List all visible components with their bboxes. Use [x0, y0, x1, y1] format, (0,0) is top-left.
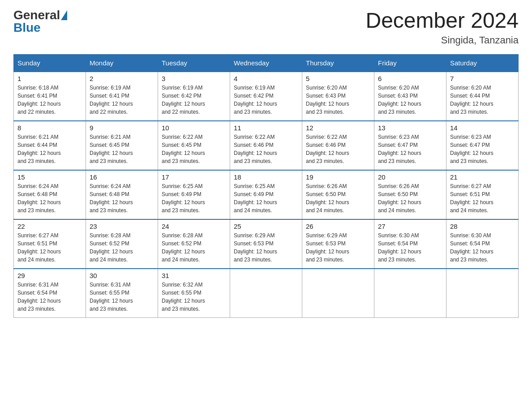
day-cell-23: 23Sunrise: 6:28 AMSunset: 6:52 PMDayligh…: [86, 219, 158, 269]
week-row-4: 22Sunrise: 6:27 AMSunset: 6:51 PMDayligh…: [14, 219, 519, 269]
day-info: Sunrise: 6:31 AMSunset: 6:55 PMDaylight:…: [90, 281, 154, 313]
day-info: Sunrise: 6:22 AMSunset: 6:46 PMDaylight:…: [234, 133, 298, 165]
day-number: 4: [234, 75, 298, 82]
day-cell-4: 4Sunrise: 6:19 AMSunset: 6:42 PMDaylight…: [230, 72, 302, 121]
day-info: Sunrise: 6:22 AMSunset: 6:45 PMDaylight:…: [162, 133, 226, 165]
day-info: Sunrise: 6:23 AMSunset: 6:47 PMDaylight:…: [450, 133, 515, 165]
day-number: 17: [162, 173, 226, 181]
day-number: 19: [306, 173, 370, 181]
day-cell-29: 29Sunrise: 6:31 AMSunset: 6:54 PMDayligh…: [14, 269, 86, 318]
day-number: 10: [162, 124, 226, 132]
empty-cell: [302, 269, 374, 318]
day-cell-26: 26Sunrise: 6:29 AMSunset: 6:53 PMDayligh…: [302, 219, 374, 269]
day-cell-5: 5Sunrise: 6:20 AMSunset: 6:43 PMDaylight…: [302, 72, 374, 121]
day-info: Sunrise: 6:30 AMSunset: 6:54 PMDaylight:…: [378, 231, 442, 264]
day-cell-21: 21Sunrise: 6:27 AMSunset: 6:51 PMDayligh…: [446, 170, 519, 219]
day-info: Sunrise: 6:21 AMSunset: 6:45 PMDaylight:…: [90, 133, 154, 165]
day-number: 7: [450, 75, 515, 82]
day-cell-11: 11Sunrise: 6:22 AMSunset: 6:46 PMDayligh…: [230, 121, 302, 170]
day-cell-14: 14Sunrise: 6:23 AMSunset: 6:47 PMDayligh…: [446, 121, 519, 170]
day-info: Sunrise: 6:25 AMSunset: 6:49 PMDaylight:…: [162, 182, 226, 214]
day-cell-12: 12Sunrise: 6:22 AMSunset: 6:46 PMDayligh…: [302, 121, 374, 170]
day-info: Sunrise: 6:21 AMSunset: 6:44 PMDaylight:…: [17, 133, 82, 165]
day-number: 26: [306, 223, 370, 230]
day-cell-17: 17Sunrise: 6:25 AMSunset: 6:49 PMDayligh…: [158, 170, 230, 219]
day-number: 15: [17, 173, 82, 181]
day-number: 23: [90, 223, 154, 230]
day-cell-30: 30Sunrise: 6:31 AMSunset: 6:55 PMDayligh…: [86, 269, 158, 318]
day-cell-31: 31Sunrise: 6:32 AMSunset: 6:55 PMDayligh…: [158, 269, 230, 318]
day-cell-24: 24Sunrise: 6:28 AMSunset: 6:52 PMDayligh…: [158, 219, 230, 269]
day-number: 5: [306, 75, 370, 82]
day-info: Sunrise: 6:20 AMSunset: 6:43 PMDaylight:…: [378, 84, 442, 116]
empty-cell: [446, 269, 519, 318]
logo: General Blue: [13, 9, 67, 34]
day-cell-8: 8Sunrise: 6:21 AMSunset: 6:44 PMDaylight…: [14, 121, 86, 170]
day-number: 1: [17, 75, 82, 82]
week-row-1: 1Sunrise: 6:18 AMSunset: 6:41 PMDaylight…: [14, 72, 519, 121]
day-cell-9: 9Sunrise: 6:21 AMSunset: 6:45 PMDaylight…: [86, 121, 158, 170]
day-number: 25: [234, 223, 298, 230]
weekday-header-friday: Friday: [374, 54, 446, 72]
title-section: December 2024 Singida, Tanzania: [365, 9, 519, 46]
day-info: Sunrise: 6:31 AMSunset: 6:54 PMDaylight:…: [17, 281, 82, 313]
day-cell-20: 20Sunrise: 6:26 AMSunset: 6:50 PMDayligh…: [374, 170, 446, 219]
day-number: 29: [17, 272, 82, 279]
day-number: 21: [450, 173, 515, 181]
day-info: Sunrise: 6:20 AMSunset: 6:44 PMDaylight:…: [450, 84, 515, 116]
day-cell-28: 28Sunrise: 6:30 AMSunset: 6:54 PMDayligh…: [446, 219, 519, 269]
day-number: 6: [378, 75, 442, 82]
weekday-header-wednesday: Wednesday: [230, 54, 302, 72]
day-info: Sunrise: 6:24 AMSunset: 6:48 PMDaylight:…: [17, 182, 82, 214]
location-text: Singida, Tanzania: [365, 34, 519, 46]
weekday-header-sunday: Sunday: [14, 54, 86, 72]
day-cell-3: 3Sunrise: 6:19 AMSunset: 6:42 PMDaylight…: [158, 72, 230, 121]
logo-blue-text: Blue: [13, 21, 41, 34]
day-info: Sunrise: 6:28 AMSunset: 6:52 PMDaylight:…: [162, 231, 226, 264]
day-info: Sunrise: 6:29 AMSunset: 6:53 PMDaylight:…: [306, 231, 370, 264]
page-header: General Blue December 2024 Singida, Tanz…: [13, 9, 519, 46]
day-number: 16: [90, 173, 154, 181]
day-info: Sunrise: 6:19 AMSunset: 6:42 PMDaylight:…: [234, 84, 298, 116]
day-info: Sunrise: 6:30 AMSunset: 6:54 PMDaylight:…: [450, 231, 515, 264]
day-number: 30: [90, 272, 154, 279]
day-number: 2: [90, 75, 154, 82]
weekday-header-saturday: Saturday: [446, 54, 519, 72]
day-info: Sunrise: 6:23 AMSunset: 6:47 PMDaylight:…: [378, 133, 442, 165]
day-number: 31: [162, 272, 226, 279]
day-number: 3: [162, 75, 226, 82]
day-info: Sunrise: 6:25 AMSunset: 6:49 PMDaylight:…: [234, 182, 298, 214]
calendar-table: SundayMondayTuesdayWednesdayThursdayFrid…: [13, 54, 519, 318]
day-info: Sunrise: 6:28 AMSunset: 6:52 PMDaylight:…: [90, 231, 154, 264]
week-row-2: 8Sunrise: 6:21 AMSunset: 6:44 PMDaylight…: [14, 121, 519, 170]
day-cell-10: 10Sunrise: 6:22 AMSunset: 6:45 PMDayligh…: [158, 121, 230, 170]
day-info: Sunrise: 6:18 AMSunset: 6:41 PMDaylight:…: [17, 84, 82, 116]
day-number: 8: [17, 124, 82, 132]
day-number: 28: [450, 223, 515, 230]
day-cell-7: 7Sunrise: 6:20 AMSunset: 6:44 PMDaylight…: [446, 72, 519, 121]
day-cell-27: 27Sunrise: 6:30 AMSunset: 6:54 PMDayligh…: [374, 219, 446, 269]
day-info: Sunrise: 6:19 AMSunset: 6:41 PMDaylight:…: [90, 84, 154, 116]
day-cell-2: 2Sunrise: 6:19 AMSunset: 6:41 PMDaylight…: [86, 72, 158, 121]
day-info: Sunrise: 6:22 AMSunset: 6:46 PMDaylight:…: [306, 133, 370, 165]
day-cell-1: 1Sunrise: 6:18 AMSunset: 6:41 PMDaylight…: [14, 72, 86, 121]
day-cell-19: 19Sunrise: 6:26 AMSunset: 6:50 PMDayligh…: [302, 170, 374, 219]
day-cell-15: 15Sunrise: 6:24 AMSunset: 6:48 PMDayligh…: [14, 170, 86, 219]
day-info: Sunrise: 6:29 AMSunset: 6:53 PMDaylight:…: [234, 231, 298, 264]
weekday-header-thursday: Thursday: [302, 54, 374, 72]
day-info: Sunrise: 6:27 AMSunset: 6:51 PMDaylight:…: [17, 231, 82, 264]
day-number: 13: [378, 124, 442, 132]
day-cell-13: 13Sunrise: 6:23 AMSunset: 6:47 PMDayligh…: [374, 121, 446, 170]
day-number: 18: [234, 173, 298, 181]
day-info: Sunrise: 6:24 AMSunset: 6:48 PMDaylight:…: [90, 182, 154, 214]
day-number: 20: [378, 173, 442, 181]
day-info: Sunrise: 6:19 AMSunset: 6:42 PMDaylight:…: [162, 84, 226, 116]
day-number: 11: [234, 124, 298, 132]
day-cell-16: 16Sunrise: 6:24 AMSunset: 6:48 PMDayligh…: [86, 170, 158, 219]
week-row-3: 15Sunrise: 6:24 AMSunset: 6:48 PMDayligh…: [14, 170, 519, 219]
empty-cell: [230, 269, 302, 318]
day-number: 9: [90, 124, 154, 132]
day-info: Sunrise: 6:26 AMSunset: 6:50 PMDaylight:…: [378, 182, 442, 214]
day-info: Sunrise: 6:20 AMSunset: 6:43 PMDaylight:…: [306, 84, 370, 116]
day-cell-25: 25Sunrise: 6:29 AMSunset: 6:53 PMDayligh…: [230, 219, 302, 269]
